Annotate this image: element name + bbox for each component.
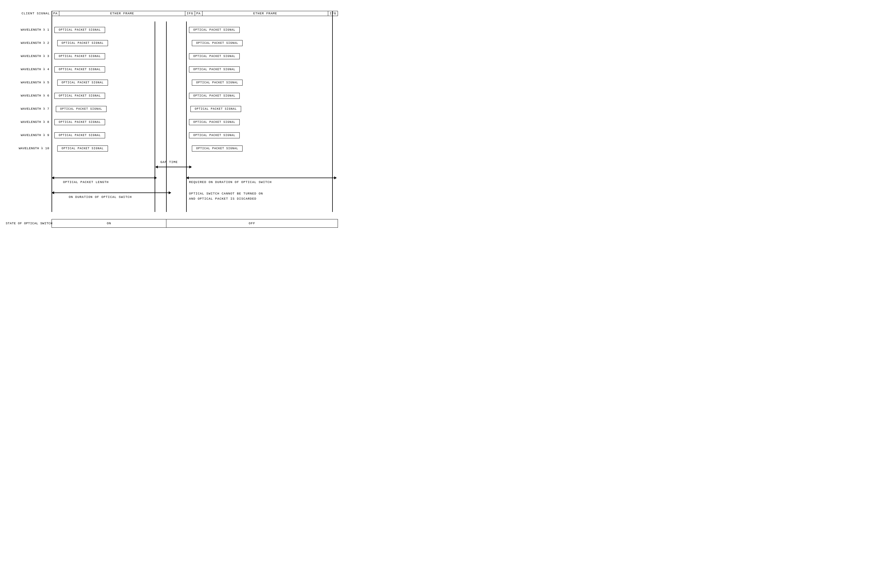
signal-box-7-left: OPTICAL PACKET SIGNAL xyxy=(56,106,106,112)
signal-box-2-left: OPTICAL PACKET SIGNAL xyxy=(57,40,108,46)
gap-time-label: GAP TIME xyxy=(160,160,178,164)
client-signal-row: CLIENT SIGNAL PA ETHER FRAME IFG PA ETHE… xyxy=(6,11,338,16)
required-duration-arrow xyxy=(186,176,337,179)
signal-box-6-right: OPTICAL PACKET SIGNAL xyxy=(189,93,240,99)
wl-row-5: WAVELENGTH λ 5 OPTICAL PACKET SIGNAL OPT… xyxy=(6,76,338,89)
wl-label-8: WAVELENGTH λ 8 xyxy=(6,120,51,124)
wl-label-5: WAVELENGTH λ 5 xyxy=(6,81,51,84)
wl-label-9: WAVELENGTH λ 9 xyxy=(6,134,51,137)
signal-box-8-right: OPTICAL PACKET SIGNAL xyxy=(189,119,240,125)
wl-timeline-3: OPTICAL PACKET SIGNAL OPTICAL PACKET SIG… xyxy=(51,50,338,62)
wl-timeline-10: OPTICAL PACKET SIGNAL OPTICAL PACKET SIG… xyxy=(51,142,338,154)
wl-timeline-6: OPTICAL PACKET SIGNAL OPTICAL PACKET SIG… xyxy=(51,89,338,102)
signal-box-7-right: OPTICAL PACKET SIGNAL xyxy=(190,106,241,112)
wl-label-1: WAVELENGTH λ 1 xyxy=(6,28,51,32)
signal-box-5-right: OPTICAL PACKET SIGNAL xyxy=(192,80,243,86)
wl-row-1: WAVELENGTH λ 1 OPTICAL PACKET SIGNAL OPT… xyxy=(6,24,338,36)
wl-timeline-4: OPTICAL PACKET SIGNAL OPTICAL PACKET SIG… xyxy=(51,63,338,76)
on-duration-arrow xyxy=(51,191,171,194)
signal-box-1-left: OPTICAL PACKET SIGNAL xyxy=(54,27,105,33)
wl-row-6: WAVELENGTH λ 6 OPTICAL PACKET SIGNAL OPT… xyxy=(6,89,338,102)
switch-on-box: ON xyxy=(51,219,166,228)
switch-off-box: OFF xyxy=(166,219,338,228)
signal-box-10-left: OPTICAL PACKET SIGNAL xyxy=(57,146,108,152)
signal-box-1-right: OPTICAL PACKET SIGNAL xyxy=(189,27,240,33)
signal-box-3-right: OPTICAL PACKET SIGNAL xyxy=(189,53,240,59)
signal-box-3-left: OPTICAL PACKET SIGNAL xyxy=(54,53,105,59)
wl-label-3: WAVELENGTH λ 3 xyxy=(6,54,51,58)
wl-row-4: WAVELENGTH λ 4 OPTICAL PACKET SIGNAL OPT… xyxy=(6,63,338,76)
signal-box-10-right: OPTICAL PACKET SIGNAL xyxy=(192,146,243,152)
on-duration-label: ON DURATION OF OPTICAL SWITCH xyxy=(69,195,132,199)
signal-box-4-right: OPTICAL PACKET SIGNAL xyxy=(189,66,240,72)
wl-timeline-7: OPTICAL PACKET SIGNAL OPTICAL PACKET SIG… xyxy=(51,102,338,115)
packet-length-label: OPTICAL PACKET LENGTH xyxy=(63,180,109,184)
timing-diagram: CLIENT SIGNAL PA ETHER FRAME IFG PA ETHE… xyxy=(6,6,338,229)
cs-pa2: PA xyxy=(195,11,202,16)
cs-ifg2: IFG xyxy=(328,11,338,16)
client-signal-label: CLIENT SIGNAL xyxy=(6,12,51,15)
wl-timeline-1: OPTICAL PACKET SIGNAL OPTICAL PACKET SIG… xyxy=(51,24,338,36)
cs-ether1: ETHER FRAME xyxy=(59,11,185,16)
wl-timeline-9: OPTICAL PACKET SIGNAL OPTICAL PACKET SIG… xyxy=(51,129,338,141)
wl-label-10: WAVELENGTH λ 10 xyxy=(6,147,51,150)
cs-ifg1: IFG xyxy=(185,11,195,16)
wl-row-7: WAVELENGTH λ 7 OPTICAL PACKET SIGNAL OPT… xyxy=(6,102,338,115)
wl-label-6: WAVELENGTH λ 6 xyxy=(6,94,51,98)
wl-row-9: WAVELENGTH λ 9 OPTICAL PACKET SIGNAL OPT… xyxy=(6,129,338,141)
signal-box-4-left: OPTICAL PACKET SIGNAL xyxy=(54,66,105,72)
wl-row-2: WAVELENGTH λ 2 OPTICAL PACKET SIGNAL OPT… xyxy=(6,37,338,49)
switch-state-row: STATE OF OPTICAL SWITCH ON OFF xyxy=(6,218,338,229)
signal-box-5-left: OPTICAL PACKET SIGNAL xyxy=(57,80,108,86)
required-duration-label: REQUIRED ON DURATION OF OPTICAL SWITCH xyxy=(189,180,272,184)
switch-state-label: STATE OF OPTICAL SWITCH xyxy=(6,222,51,225)
wl-row-3: WAVELENGTH λ 3 OPTICAL PACKET SIGNAL OPT… xyxy=(6,50,338,62)
wl-label-4: WAVELENGTH λ 4 xyxy=(6,68,51,71)
cs-pa1: PA xyxy=(51,11,59,16)
cs-ether2: ETHER FRAME xyxy=(202,11,328,16)
signal-box-9-left: OPTICAL PACKET SIGNAL xyxy=(54,132,105,138)
client-signal-boxes: PA ETHER FRAME IFG PA ETHER FRAME IFG xyxy=(51,11,338,16)
signal-box-2-right: OPTICAL PACKET SIGNAL xyxy=(192,40,243,46)
packet-length-arrow xyxy=(51,176,157,179)
wl-timeline-8: OPTICAL PACKET SIGNAL OPTICAL PACKET SIG… xyxy=(51,116,338,128)
wl-label-2: WAVELENGTH λ 2 xyxy=(6,41,51,45)
gap-time-arrow xyxy=(155,165,192,168)
signal-box-6-left: OPTICAL PACKET SIGNAL xyxy=(54,93,105,99)
signal-box-8-left: OPTICAL PACKET SIGNAL xyxy=(54,119,105,125)
signal-box-9-right: OPTICAL PACKET SIGNAL xyxy=(189,132,240,138)
wl-timeline-5: OPTICAL PACKET SIGNAL OPTICAL PACKET SIG… xyxy=(51,76,338,89)
wl-row-10: WAVELENGTH λ 10 OPTICAL PACKET SIGNAL OP… xyxy=(6,142,338,154)
cannot-turn-on-label: OPTICAL SWITCH CANNOT BE TURNED ONAND OP… xyxy=(189,191,263,201)
wl-row-8: WAVELENGTH λ 8 OPTICAL PACKET SIGNAL OPT… xyxy=(6,116,338,128)
wl-timeline-2: OPTICAL PACKET SIGNAL OPTICAL PACKET SIG… xyxy=(51,37,338,49)
wl-label-7: WAVELENGTH λ 7 xyxy=(6,107,51,111)
